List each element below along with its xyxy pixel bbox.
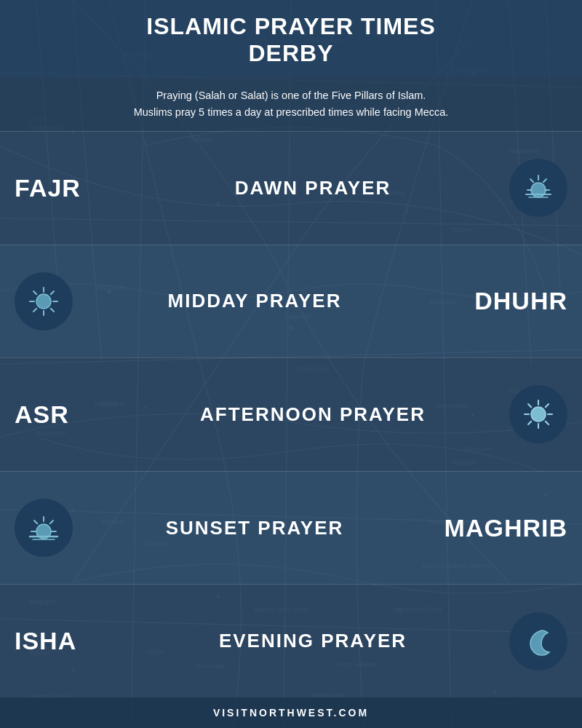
subtitle-band: Praying (Salah or Salat) is one of the F…: [0, 77, 582, 131]
svg-line-74: [543, 179, 546, 182]
prayer-row-isha: ISHA EVENING PRAYER: [0, 584, 582, 697]
prayer-row-dhuhr: MIDDAY PRAYER DHUHR: [0, 245, 582, 358]
prayer-name-fajr: FAJR: [15, 174, 116, 202]
prayer-label-dhuhr: MIDDAY PRAYER: [73, 290, 436, 312]
svg-line-82: [33, 291, 36, 294]
svg-point-77: [36, 294, 51, 309]
fajr-icon-circle: [509, 159, 567, 217]
svg-point-86: [531, 407, 546, 422]
prayer-label-fajr: DAWN PRAYER: [116, 177, 509, 199]
svg-line-84: [51, 291, 54, 294]
prayer-row-fajr: FAJR DAWN PRAYER: [0, 131, 582, 245]
sun-icon: [27, 285, 60, 318]
svg-line-83: [51, 309, 54, 312]
prayer-row-maghrib: SUNSET PRAYER MAGHRIB: [0, 471, 582, 585]
page-title: ISLAMIC PRAYER TIMES DERBY: [15, 13, 567, 67]
svg-line-100: [50, 521, 53, 523]
svg-line-94: [528, 422, 531, 424]
prayer-label-maghrib: SUNSET PRAYER: [73, 517, 436, 539]
subtitle-text: Praying (Salah or Salat) is one of the F…: [44, 87, 538, 121]
dawn-icon: [522, 171, 555, 205]
svg-line-93: [546, 404, 549, 407]
header: ISLAMIC PRAYER TIMES DERBY: [0, 0, 582, 77]
prayer-name-maghrib: MAGHRIB: [436, 514, 567, 542]
footer-text: VISITNORTHWEST.COM: [213, 707, 369, 719]
dhuhr-icon-circle: [15, 272, 73, 331]
footer: VISITNORTHWEST.COM: [0, 697, 582, 728]
prayer-name-isha: ISHA: [15, 627, 116, 655]
svg-line-85: [33, 309, 36, 312]
svg-line-73: [530, 179, 533, 182]
prayer-name-asr: ASR: [15, 400, 116, 429]
sunset-icon: [27, 511, 60, 545]
prayer-label-isha: EVENING PRAYER: [116, 630, 509, 652]
isha-icon-circle: [509, 612, 567, 670]
svg-line-91: [528, 404, 531, 407]
prayer-row-asr: ASR AFTERNOON PRAYER: [0, 357, 582, 471]
svg-line-92: [546, 422, 549, 424]
prayer-label-asr: AFTERNOON PRAYER: [116, 403, 509, 426]
page-content: ISLAMIC PRAYER TIMES DERBY Praying (Sala…: [0, 0, 582, 728]
asr-icon-circle: [509, 385, 567, 443]
svg-line-99: [34, 521, 37, 523]
prayer-name-dhuhr: DHUHR: [436, 287, 567, 315]
maghrib-icon-circle: [15, 499, 73, 557]
moon-icon: [522, 625, 555, 658]
sun-bright-icon: [522, 397, 555, 431]
